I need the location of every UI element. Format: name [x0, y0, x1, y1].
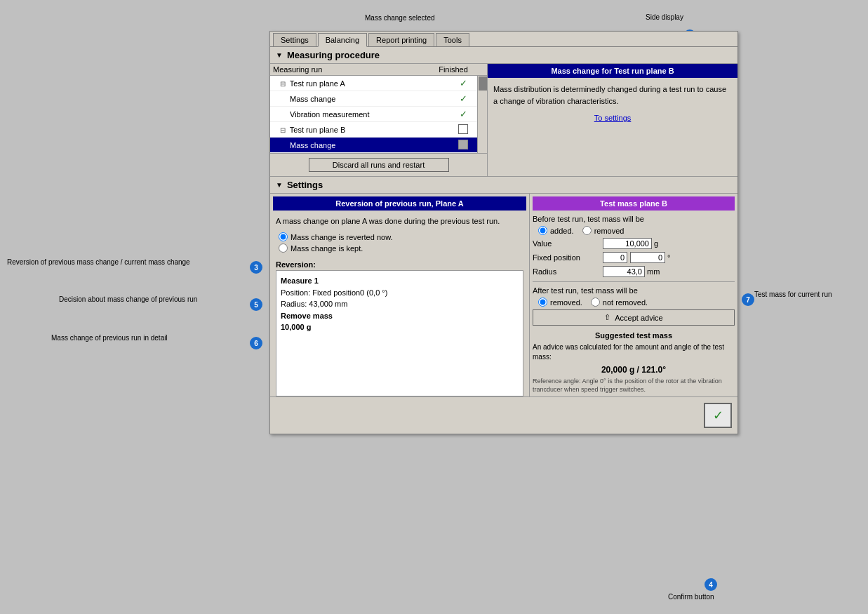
checkmark-icon: ✓: [460, 78, 467, 88]
checkmark-icon: ✓: [460, 93, 467, 104]
radius-label: Radius: [533, 267, 603, 276]
reversion-detail-box: Measure 1 Position: Fixed position0 (0,0…: [276, 270, 523, 396]
scrollbar-thumb: [479, 76, 487, 91]
tree-panel: Measuring run Finished ⊟ Test run plane …: [270, 64, 488, 176]
reversion-description: A mass change on plane A was done during…: [270, 213, 529, 229]
tabs-bar: Settings Balancing Report printing Tools: [270, 32, 737, 47]
empty-checkbox: [458, 124, 468, 134]
radius-row: Radius mm: [533, 266, 735, 277]
measuring-procedure-header: ▼ Measuring procedure: [270, 47, 737, 64]
radio-row-kept: Mass change is kept.: [279, 243, 521, 253]
checkmark-icon: ✓: [460, 109, 467, 119]
radio-kept-label: Mass change is kept.: [291, 244, 363, 253]
radio-reverted-label: Mass change is reverted now.: [291, 233, 393, 241]
value-unit: g: [654, 239, 658, 248]
info-panel-header: Mass change for Test run plane B: [488, 64, 737, 78]
mass-change-selected-label: Mass change selected: [365, 14, 435, 22]
empty-checkbox: [458, 140, 468, 149]
accept-advice-button[interactable]: ⇧ Accept advice: [533, 309, 735, 326]
tree-row[interactable]: ⊟ Test run plane B: [270, 122, 487, 138]
col-finished: Finished: [432, 65, 474, 74]
tree-row-selected[interactable]: Mass change: [270, 138, 487, 153]
tree-row[interactable]: Vibration measurement ✓: [270, 107, 487, 122]
divider: [533, 281, 735, 282]
tree-rows: ⊟ Test run plane A ✓ Mass change ✓: [270, 76, 487, 153]
radio-group: Mass change is reverted now. Mass change…: [270, 229, 529, 258]
tree-row-label: Test run plane A: [290, 79, 345, 88]
fixed-position-input2[interactable]: [630, 252, 665, 263]
badge-7: 7: [742, 293, 754, 306]
tab-report-printing[interactable]: Report printing: [368, 33, 434, 46]
to-settings-link[interactable]: To settings: [493, 112, 732, 124]
suggested-desc: An advice was calculated for the amount …: [533, 342, 735, 362]
value-input[interactable]: [603, 238, 652, 249]
radio-after-not-removed-input[interactable]: [591, 298, 600, 307]
collapse-arrow[interactable]: ▼: [276, 51, 283, 59]
radio-after-removed-label: removed.: [550, 298, 582, 307]
confirm-area: ✓: [270, 396, 737, 434]
radio-after-removed-input[interactable]: [538, 298, 547, 307]
left-settings-panel: Reversion of previous run, Plane A A mas…: [270, 194, 530, 396]
tab-settings[interactable]: Settings: [273, 33, 316, 46]
settings-section: ▼ Settings Reversion of previous run, Pl…: [270, 177, 737, 434]
accept-arrow-icon: ⇧: [604, 313, 610, 322]
settings-section-header: ▼ Settings: [270, 177, 737, 194]
settings-title: Settings: [287, 180, 323, 190]
tab-tools[interactable]: Tools: [436, 33, 469, 46]
info-panel: Mass change for Test run plane B Mass di…: [488, 64, 737, 176]
suggested-header: Suggested test mass: [533, 331, 735, 340]
side-display-label: Side display: [646, 13, 683, 21]
mass-change-detail-annotation: Mass change of previous run in detail: [51, 334, 168, 342]
before-label: Before test run, test mass will be: [533, 215, 644, 223]
right-settings-panel: Test mass plane B Before test run, test …: [530, 194, 737, 396]
fixed-position-row: Fixed position °: [533, 252, 735, 263]
main-panel: Settings Balancing Report printing Tools…: [269, 31, 738, 434]
checkmark-confirm-icon: ✓: [713, 408, 723, 423]
radio-after-not-removed-label: not removed.: [603, 298, 648, 307]
badge-5: 5: [250, 298, 262, 311]
tree-scrollbar[interactable]: [477, 76, 487, 153]
expand-icon[interactable]: ⊟: [280, 126, 286, 134]
confirm-annotation: Confirm button: [668, 593, 714, 601]
suggested-value: 20,000 g / 121.0°: [533, 365, 735, 375]
radio-removed-input[interactable]: [582, 226, 592, 235]
measuring-procedure-section: ▼ Measuring procedure Measuring run Fini…: [270, 47, 737, 177]
badge-6: 6: [250, 337, 262, 349]
decision-annotation: Decision about mass change of previous r…: [59, 295, 197, 303]
radius-unit: mm: [647, 267, 660, 276]
radio-removed: removed: [582, 226, 625, 235]
badge-4: 4: [705, 578, 717, 591]
radio-kept[interactable]: [279, 243, 288, 253]
reversion-header: Reversion of previous run, Plane A: [273, 196, 526, 211]
fixed-position-input1[interactable]: [603, 252, 627, 263]
tab-balancing[interactable]: Balancing: [318, 33, 367, 47]
detail-line-2: Position: Fixed position0 (0,0 °): [281, 287, 519, 299]
info-body-text: Mass distribution is determinedly change…: [493, 84, 732, 107]
fixed-position-unit: °: [667, 253, 670, 262]
tree-row-label: Vibration measurement: [290, 110, 442, 119]
col-measuring-run: Measuring run: [273, 65, 432, 74]
radius-input[interactable]: [603, 266, 645, 277]
radio-removed-label: removed: [594, 227, 625, 235]
settings-collapse-arrow[interactable]: ▼: [276, 181, 283, 189]
detail-line-4: Remove mass: [281, 310, 519, 322]
tree-row-label: Mass change: [290, 95, 442, 103]
tree-row[interactable]: Mass change ✓: [270, 91, 487, 107]
info-panel-body: Mass distribution is determinedly change…: [488, 78, 737, 130]
detail-line-3: Radius: 43,000 mm: [281, 298, 519, 310]
tree-row[interactable]: ⊟ Test run plane A ✓: [270, 76, 487, 91]
radio-added: added.: [538, 226, 574, 235]
discard-restart-button[interactable]: Discard all runs and restart: [309, 158, 449, 172]
test-mass-annotation: Test mass for current run: [754, 291, 832, 298]
radio-after-not-removed: not removed.: [591, 298, 648, 307]
measuring-procedure-title: Measuring procedure: [287, 50, 380, 60]
accept-btn-label: Accept advice: [615, 314, 662, 322]
radio-reverted[interactable]: [279, 232, 288, 241]
confirm-button[interactable]: ✓: [704, 403, 732, 428]
tree-row-label: Mass change: [290, 141, 442, 149]
value-label: Value: [533, 239, 603, 248]
detail-line-5: 10,000 g: [281, 321, 519, 333]
expand-icon[interactable]: ⊟: [280, 80, 286, 88]
after-test-run-row: After test run, test mass will be: [533, 286, 735, 295]
radio-added-input[interactable]: [538, 226, 547, 235]
